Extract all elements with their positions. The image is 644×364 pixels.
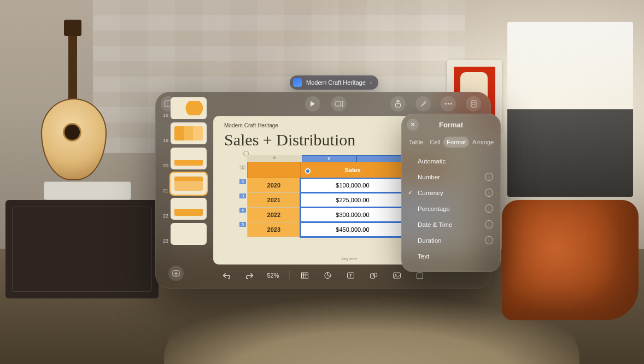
slide-thumb-20[interactable]: 20	[161, 148, 207, 169]
row-number-5[interactable]: 5	[239, 222, 246, 227]
format-paintbrush-button[interactable]	[415, 96, 431, 111]
insert-text-button[interactable]	[343, 268, 359, 283]
tab-cell[interactable]: Cell	[426, 137, 443, 148]
bottom-toolbar: 52%	[213, 266, 432, 285]
row-number-2[interactable]: 2	[239, 179, 246, 184]
svg-rect-7	[471, 101, 476, 107]
cell-year-2023[interactable]: 2023	[248, 222, 301, 237]
tab-table[interactable]: Table	[406, 137, 426, 148]
background-window	[507, 22, 633, 197]
row-number-3[interactable]: 3	[239, 193, 246, 198]
slide-thumb-18[interactable]: 18	[161, 97, 207, 119]
format-automatic[interactable]: Automatic	[401, 153, 501, 169]
insert-media-button[interactable]	[389, 268, 405, 283]
svg-rect-23	[417, 273, 423, 279]
format-datetime[interactable]: Date & Timei	[401, 216, 501, 232]
play-button[interactable]	[305, 96, 320, 111]
svg-rect-13	[302, 273, 308, 278]
cell-year-2020[interactable]: 2020	[248, 178, 301, 193]
insert-shape-button[interactable]	[366, 268, 382, 283]
cell-sales-2022[interactable]: $300,000.00	[300, 208, 405, 222]
redo-button[interactable]	[242, 268, 257, 283]
more-button[interactable]	[441, 96, 456, 111]
close-panel-button[interactable]: ✕	[407, 119, 419, 131]
add-slide-button[interactable]	[168, 266, 184, 281]
undo-button[interactable]	[219, 268, 234, 283]
presenter-display-button[interactable]	[331, 96, 347, 111]
chevron-right-icon: ›	[370, 80, 372, 86]
cell-sales-2021[interactable]: $225,000.00	[300, 193, 405, 208]
cell-sales-2020[interactable]: $100,000.00	[300, 178, 405, 193]
svg-point-22	[395, 274, 396, 275]
slide-thumb-22[interactable]: 22	[161, 198, 207, 220]
slide-thumb-23[interactable]: 23	[161, 223, 207, 245]
format-text[interactable]: Text	[401, 248, 501, 264]
format-inspector-panel: ✕ Format Table Cell Format Arrange Autom…	[401, 114, 501, 272]
zoom-level[interactable]: 52%	[265, 272, 281, 279]
info-icon[interactable]: i	[485, 189, 493, 197]
svg-point-5	[448, 103, 449, 105]
info-icon[interactable]: i	[485, 204, 493, 213]
background-cabinet	[5, 200, 159, 298]
info-icon[interactable]: i	[485, 236, 493, 244]
insert-chart-button[interactable]	[320, 268, 336, 283]
tab-arrange[interactable]: Arrange	[469, 137, 497, 148]
row-number-1[interactable]: 1	[239, 165, 246, 170]
svg-point-20	[373, 273, 377, 277]
table-header-sales[interactable]: Sales	[300, 162, 405, 178]
slide-thumb-19[interactable]: 19	[161, 122, 207, 144]
svg-point-6	[450, 103, 452, 105]
background-guitar	[30, 22, 112, 186]
info-icon[interactable]: i	[485, 220, 493, 228]
document-title-pill[interactable]: Modern Craft Heritage ›	[290, 75, 378, 90]
column-header-a[interactable]: A	[247, 155, 302, 162]
cell-year-2022[interactable]: 2022	[248, 208, 301, 222]
info-icon[interactable]: i	[485, 173, 493, 181]
cell-sales-2023[interactable]: $450,000.00	[300, 222, 405, 237]
data-format-list: Automatic Numberi Currencyi Percentagei …	[401, 152, 501, 265]
keynote-app-icon	[293, 78, 302, 87]
format-duration[interactable]: Durationi	[401, 232, 501, 248]
slide-header-left: Modern Craft Heritage	[224, 122, 278, 128]
format-number[interactable]: Numberi	[401, 169, 501, 185]
document-options-button[interactable]	[466, 96, 481, 111]
tab-format[interactable]: Format	[443, 137, 469, 148]
cell-year-2021[interactable]: 2021	[248, 193, 301, 208]
slide-navigator[interactable]: 18 19 20 21 22 23	[157, 96, 210, 284]
toolbar-divider	[289, 271, 290, 280]
document-title: Modern Craft Heritage	[306, 79, 366, 86]
share-button[interactable]	[390, 96, 406, 111]
table-header-blank[interactable]	[248, 162, 301, 178]
format-percentage[interactable]: Percentagei	[401, 201, 501, 216]
svg-rect-2	[335, 102, 341, 106]
column-header-b[interactable]: B	[302, 155, 356, 162]
format-currency[interactable]: Currencyi	[401, 185, 501, 201]
slide-thumb-21[interactable]: 21	[161, 173, 207, 195]
svg-point-4	[445, 103, 447, 105]
insert-table-button[interactable]	[297, 268, 313, 283]
row-number-4[interactable]: 4	[239, 208, 246, 213]
selection-handle[interactable]	[305, 168, 311, 174]
format-tabs: Table Cell Format Arrange	[401, 136, 501, 152]
background-chair	[502, 200, 639, 320]
